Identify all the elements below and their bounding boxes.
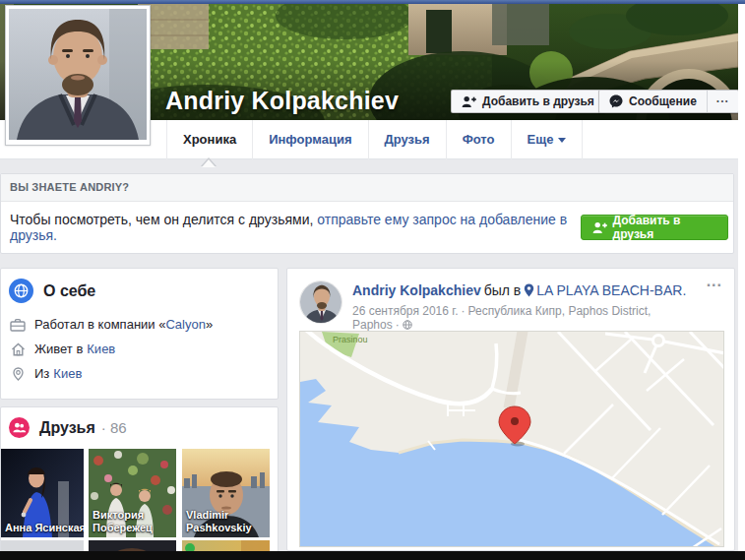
message-button[interactable]: Сообщение xyxy=(599,91,707,112)
friends-title[interactable]: Друзья· 86 xyxy=(39,419,127,437)
work-text: Работал в компании «Calyon» xyxy=(34,317,213,332)
about-item-work: Работал в компании «Calyon» xyxy=(7,317,270,332)
add-friend-button[interactable]: Добавить в друзья xyxy=(451,90,605,113)
message-more-group: Сообщение ... xyxy=(598,90,738,113)
briefcase-icon xyxy=(7,318,29,332)
profile-picture-art xyxy=(9,9,147,140)
friend-name: Виктория Побережец xyxy=(93,509,174,534)
message-label: Сообщение xyxy=(629,94,697,108)
profile-name: Andriy Kolpakchiev xyxy=(165,87,399,115)
messenger-icon xyxy=(609,94,623,108)
facebook-profile-page: Andriy Kolpakchiev Добавить в друзья Соо… xyxy=(0,0,745,560)
post-more-button[interactable]: ... xyxy=(707,273,722,290)
tab-timeline[interactable]: Хроника xyxy=(166,120,252,159)
tab-about[interactable]: Информация xyxy=(252,120,367,159)
about-title[interactable]: О себе xyxy=(43,282,95,300)
tab-friends[interactable]: Друзья xyxy=(368,120,446,159)
location-pin-icon xyxy=(7,367,29,381)
person-add-icon xyxy=(592,221,607,234)
banner-heading: ВЫ ЗНАЕТЕ ANDRIY? xyxy=(1,174,733,202)
lives-link[interactable]: Киев xyxy=(87,342,115,356)
person-add-icon xyxy=(462,95,476,108)
post-map[interactable]: Prasinou xyxy=(299,331,724,547)
chevron-down-icon xyxy=(558,138,566,143)
bottom-window-edge xyxy=(0,551,745,560)
about-item-from: ИзКиев xyxy=(7,366,270,381)
add-friend-label: Добавить в друзья xyxy=(482,94,594,108)
about-item-lives: Живет вКиев xyxy=(7,342,270,356)
tab-more[interactable]: Еще xyxy=(511,120,584,159)
friend-tile[interactable]: Анна Ясинская xyxy=(1,449,84,537)
lives-text: Живет вКиев xyxy=(34,342,115,356)
friend-name: Vladimir Pashkovskiy xyxy=(186,509,268,534)
map-art: Prasinou xyxy=(300,332,724,547)
from-link[interactable]: Киев xyxy=(53,366,82,381)
friend-name: Анна Ясинская xyxy=(5,522,82,534)
friend-tile[interactable]: Vladimir Pashkovskiy xyxy=(182,449,270,537)
active-tab-notch xyxy=(202,159,216,167)
banner-text: Чтобы посмотреть, чем он делится с друзь… xyxy=(10,212,581,243)
work-link[interactable]: Calyon xyxy=(165,317,205,332)
post-date-link[interactable]: 26 сентября 2016 г. xyxy=(352,304,459,318)
post-author-avatar[interactable] xyxy=(299,280,342,324)
friends-card: Друзья· 86 Анна Ясинская xyxy=(0,406,279,560)
post-pin-icon xyxy=(524,283,534,302)
about-globe-icon xyxy=(9,279,33,303)
green-button-label: Добавить в друзья xyxy=(613,214,716,241)
about-card: О себе Работал в компании «Calyon» Живет… xyxy=(0,268,279,400)
do-you-know-banner: ВЫ ЗНАЕТЕ ANDRIY? Чтобы посмотреть, чем … xyxy=(0,173,734,254)
add-friend-green-button[interactable]: Добавить в друзья xyxy=(581,215,728,240)
post-card: Andriy Kolpakchievбыл вLA PLAYA BEACH-BA… xyxy=(286,268,735,551)
from-text: ИзКиев xyxy=(34,366,82,381)
cover-more-button[interactable]: ... xyxy=(707,91,738,112)
home-icon xyxy=(7,342,29,356)
friends-icon xyxy=(9,417,30,438)
post-author-link[interactable]: Andriy Kolpakchiev xyxy=(352,282,481,298)
profile-picture[interactable] xyxy=(5,5,151,146)
tab-photos[interactable]: Фото xyxy=(446,120,511,159)
post-place-link[interactable]: LA PLAYA BEACH-BAR. xyxy=(536,282,686,298)
map-area-label: Prasinou xyxy=(333,335,368,344)
post-meta: 26 сентября 2016 г.·Республика Кипр, Pap… xyxy=(352,304,695,333)
friend-tile[interactable]: Виктория Побережец xyxy=(89,449,176,537)
page-right-edge xyxy=(738,4,745,551)
post-title: Andriy Kolpakchievбыл вLA PLAYA BEACH-BA… xyxy=(352,281,695,302)
